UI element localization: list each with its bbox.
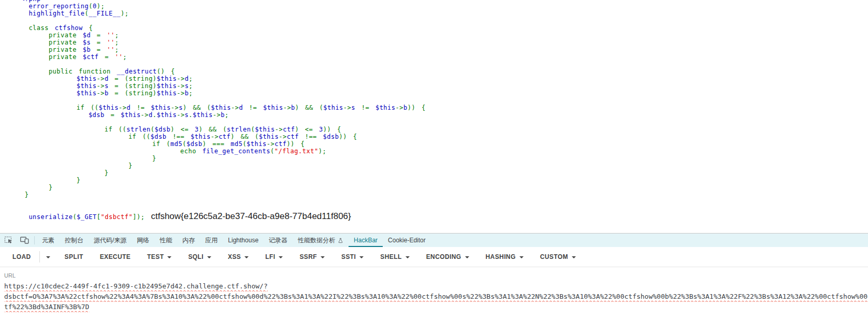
code-line: unserialize($_GET["dsbctf"]);ctfshow{e12… <box>21 213 426 220</box>
code-token: s <box>179 104 183 111</box>
code-token: if (( <box>77 104 99 111</box>
button-label: SPLIT <box>65 253 83 260</box>
hackbar-button-load-dropdown[interactable] <box>40 247 56 267</box>
tab-label: 记录器 <box>269 236 287 245</box>
code-token: $b <box>83 46 91 53</box>
hackbar-button-ssti[interactable]: SSTI <box>333 247 372 267</box>
code-token: $this <box>259 133 279 140</box>
hackbar-button-execute[interactable]: EXECUTE <box>92 247 139 267</box>
button-label: SQLI <box>188 253 204 260</box>
code-token: ( <box>270 148 274 155</box>
code-token: ; <box>123 53 127 61</box>
tab-label: 内存 <box>182 236 195 245</box>
code-token: } <box>128 162 133 169</box>
toggle-device-toolbar-icon[interactable] <box>19 235 30 245</box>
code-token: ) <= <box>170 126 195 133</box>
hackbar-button-hashing[interactable]: HASHING <box>478 247 532 267</box>
url-text-line[interactable]: dsbctf=O%3A7%3A%22ctfshow%22%3A4%3A%7Bs%… <box>4 292 868 302</box>
tab-network[interactable]: 网络 <box>132 234 154 247</box>
code-token: ctf <box>274 140 286 148</box>
code-token: -> <box>275 126 283 133</box>
tab-lighthouse[interactable]: Lighthouse <box>223 234 264 247</box>
code-token: 3 <box>319 126 323 133</box>
button-label: SHELL <box>380 253 401 260</box>
hackbar-button-lfi[interactable]: LFI <box>257 247 291 267</box>
code-token: ) && ( <box>230 133 258 140</box>
hackbar-button-split[interactable]: SPLIT <box>56 247 92 267</box>
code-token: $this <box>157 90 177 97</box>
code-token: ) === <box>202 140 230 148</box>
code-token: -> <box>213 111 221 119</box>
tab-sources[interactable]: 源代码/来源 <box>89 234 132 247</box>
code-token: public function <box>49 68 117 75</box>
code-line <box>21 198 426 206</box>
hackbar-button-shell[interactable]: SHELL <box>372 247 417 267</box>
inspect-element-icon[interactable] <box>3 235 15 245</box>
code-token: $dsb <box>89 111 105 119</box>
code-token: b <box>105 90 109 97</box>
code-token: != <box>131 104 151 111</box>
tab-hackbar[interactable]: HackBar <box>349 234 383 247</box>
php-code: <?phperror_reporting(0);highlight_file(_… <box>21 0 426 220</box>
code-token: ) && ( <box>295 104 323 111</box>
code-token: = <box>91 32 107 39</box>
code-token: $this <box>323 104 343 111</box>
code-token: $dsb <box>323 133 339 140</box>
code-token: $this <box>77 82 97 90</box>
tab-console[interactable]: 控制台 <box>60 234 89 247</box>
code-token: ) && ( <box>199 126 227 133</box>
code-token: -> <box>177 75 184 82</box>
hackbar-button-ssrf[interactable]: SSRF <box>291 247 333 267</box>
hackbar-button-sqli[interactable]: SQLI <box>180 247 220 267</box>
code-token: = (string) <box>109 75 157 82</box>
code-line: public function __destruct() { <box>21 68 426 75</box>
tab-application[interactable]: 应用 <box>200 234 223 247</box>
beaker-icon <box>338 238 343 243</box>
divider <box>34 236 35 244</box>
code-token: ; <box>189 75 193 82</box>
tab-cookie-editor[interactable]: Cookie-Editor <box>383 234 431 247</box>
url-lines: https://c10cdec2-449f-4fc1-9309-c1b2495e… <box>4 281 868 312</box>
button-label: XSS <box>228 253 241 260</box>
code-token: $dsb <box>154 126 170 133</box>
button-label: ENCODING <box>426 253 461 260</box>
tab-elements[interactable]: 元素 <box>37 234 60 247</box>
code-token: ; <box>225 111 229 119</box>
code-token: private <box>49 32 83 39</box>
code-token: )) { <box>408 104 426 111</box>
hackbar-button-xss[interactable]: XSS <box>220 247 257 267</box>
code-token: ]); <box>133 213 144 221</box>
hackbar-button-test[interactable]: TEST <box>139 247 180 267</box>
hackbar-button-custom[interactable]: CUSTOM <box>532 247 584 267</box>
code-token: error_reporting <box>28 3 89 10</box>
tab-performance[interactable]: 性能 <box>154 234 177 247</box>
url-text-line[interactable]: https://c10cdec2-449f-4fc1-9309-c1b2495e… <box>4 281 868 292</box>
code-token: $d <box>83 32 91 39</box>
code-token: -> <box>96 82 104 90</box>
tab-label: 源代码/来源 <box>94 236 126 245</box>
code-token: ( <box>251 126 255 133</box>
code-token: ( <box>73 213 77 221</box>
code-line <box>21 17 426 24</box>
code-token: ; <box>115 32 119 39</box>
code-token: != <box>243 104 263 111</box>
code-line <box>21 97 426 104</box>
hackbar-button-load[interactable]: LOAD <box>4 247 39 267</box>
code-line: private $d = ''; <box>21 32 426 39</box>
tab-memory[interactable]: 内存 <box>177 234 200 247</box>
code-token: private <box>49 39 83 46</box>
code-token: = (string) <box>109 90 157 97</box>
flag-text: ctfshow{e126c5a2-be37-46cb-a9e8-77b4ed11… <box>144 211 351 221</box>
code-token: private <box>49 46 83 53</box>
code-token: -> <box>171 104 179 111</box>
code-line: private $b = ''; <box>21 46 426 53</box>
code-token: $this <box>157 82 177 90</box>
code-token: '' <box>107 32 114 39</box>
code-line: error_reporting(0); <box>21 3 426 10</box>
code-line: } <box>21 169 426 177</box>
code-token: } <box>49 184 53 191</box>
url-text-line[interactable]: tf%22%3Bd%3AINF%3B%7D <box>4 302 868 312</box>
tab-performance-insights[interactable]: 性能数据分析 <box>293 234 349 247</box>
tab-recorder[interactable]: 记录器 <box>264 234 293 247</box>
hackbar-button-encoding[interactable]: ENCODING <box>418 247 478 267</box>
